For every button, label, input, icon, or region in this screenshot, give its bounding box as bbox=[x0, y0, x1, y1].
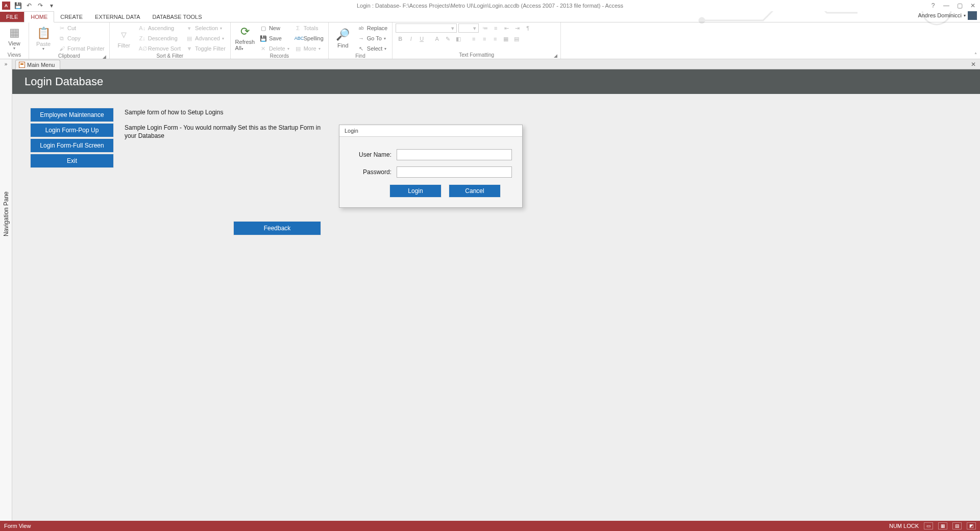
sort-desc-button[interactable]: Z↓Descending bbox=[137, 34, 182, 43]
navpane-expand-icon[interactable]: » bbox=[5, 59, 8, 69]
username-input[interactable] bbox=[397, 149, 512, 160]
dialog-launcher-icon[interactable]: ◢ bbox=[103, 54, 106, 59]
tab-database-tools[interactable]: DATABASE TOOLS bbox=[146, 12, 208, 22]
ribbon-collapse-icon[interactable]: ˄ bbox=[974, 52, 977, 58]
description-text: Sample form of how to Setup Logins Sampl… bbox=[125, 108, 324, 140]
new-icon: ▢ bbox=[260, 25, 267, 32]
remove-sort-icon: A∅ bbox=[139, 45, 146, 52]
paste-button[interactable]: 📋 Paste ▼ bbox=[32, 23, 55, 53]
indent-increase-icon[interactable]: ⇥ bbox=[512, 23, 522, 33]
more-button[interactable]: ▤More▾ bbox=[293, 44, 325, 53]
qat-undo-icon[interactable]: ↶ bbox=[24, 1, 34, 10]
qat-save-icon[interactable]: 💾 bbox=[13, 1, 22, 10]
spelling-button[interactable]: ABCSpelling bbox=[293, 34, 325, 43]
login-dialog: Login User Name: Password: Login Cancel bbox=[339, 125, 523, 208]
view-design-icon[interactable]: ◩ bbox=[967, 522, 976, 529]
feedback-button[interactable]: Feedback bbox=[234, 222, 321, 235]
font-size-select[interactable]: ▾ bbox=[458, 23, 479, 33]
login-form-fullscreen-button[interactable]: Login Form-Full Screen bbox=[31, 139, 113, 152]
filter-button[interactable]: ▿ Filter bbox=[113, 23, 135, 53]
selection-button[interactable]: ▾Selection▾ bbox=[184, 23, 227, 33]
text-direction-icon[interactable]: ¶ bbox=[523, 23, 532, 33]
bullets-icon[interactable]: ≔ bbox=[480, 23, 489, 33]
view-button[interactable]: ▦ View ▼ bbox=[3, 23, 26, 52]
bold-icon[interactable]: B bbox=[396, 34, 405, 43]
qat-customize-icon[interactable]: ▾ bbox=[47, 1, 56, 10]
find-button[interactable]: 🔎 Find bbox=[332, 23, 354, 53]
qat-redo-icon[interactable]: ↷ bbox=[36, 1, 45, 10]
goto-button[interactable]: →Go To▾ bbox=[356, 34, 389, 43]
cut-button[interactable]: ✂Cut bbox=[57, 23, 106, 33]
group-label-text-formatting: Text Formatting◢ bbox=[396, 52, 557, 59]
chevron-down-icon: ▼ bbox=[42, 47, 45, 51]
maximize-icon[interactable]: ▢ bbox=[954, 2, 965, 9]
numbering-icon[interactable]: ≡ bbox=[491, 23, 500, 33]
highlight-icon[interactable]: ✎ bbox=[443, 34, 452, 43]
chevron-down-icon: ▾ bbox=[964, 13, 966, 18]
help-icon[interactable]: ? bbox=[928, 2, 938, 9]
delete-record-button[interactable]: ✕Delete▾ bbox=[258, 44, 291, 53]
replace-button[interactable]: abReplace bbox=[356, 23, 389, 33]
font-name-select[interactable]: ▾ bbox=[396, 23, 457, 33]
copy-button[interactable]: ⧉Copy bbox=[57, 34, 106, 43]
select-button[interactable]: ↖Select▾ bbox=[356, 44, 389, 53]
navpane-label[interactable]: Navigation Pane bbox=[3, 191, 10, 236]
fill-color-icon[interactable]: ◧ bbox=[454, 34, 463, 43]
tab-external-data[interactable]: EXTERNAL DATA bbox=[89, 12, 146, 22]
doc-tab-close-icon[interactable]: ✕ bbox=[971, 61, 976, 68]
password-input[interactable] bbox=[397, 166, 512, 178]
ribbon-group-text-formatting: ▾ ▾ ≔ ≡ ⇤ ⇥ ¶ B I U A ✎ ◧ ≡ bbox=[393, 22, 561, 59]
totals-button[interactable]: ΣTotals bbox=[293, 23, 325, 33]
login-button[interactable]: Login bbox=[390, 185, 441, 197]
sort-asc-button[interactable]: A↓Ascending bbox=[137, 23, 182, 33]
clipboard-icon: 📋 bbox=[37, 27, 51, 40]
gridlines-icon[interactable]: ▦ bbox=[501, 34, 510, 43]
datasheet-icon: ▦ bbox=[9, 26, 20, 39]
align-left-icon[interactable]: ≡ bbox=[469, 34, 478, 43]
exit-button[interactable]: Exit bbox=[31, 154, 113, 167]
alt-row-color-icon[interactable]: ▤ bbox=[512, 34, 521, 43]
ribbon-group-sort-filter: ▿ Filter A↓Ascending Z↓Descending A∅Remo… bbox=[110, 22, 231, 59]
funnel-small-icon: ▾ bbox=[186, 25, 193, 32]
tab-file[interactable]: FILE bbox=[0, 12, 24, 22]
doc-tab-main-menu[interactable]: Main Menu bbox=[15, 60, 60, 69]
view-datasheet-icon[interactable]: ▦ bbox=[938, 522, 947, 529]
new-record-button[interactable]: ▢New bbox=[258, 23, 291, 33]
remove-sort-button[interactable]: A∅Remove Sort bbox=[137, 44, 182, 53]
format-painter-button[interactable]: 🖌Format Painter bbox=[57, 44, 106, 53]
form-area: Login Database Employee Maintenance Logi… bbox=[12, 69, 980, 521]
minimize-icon[interactable]: — bbox=[941, 2, 951, 9]
indent-decrease-icon[interactable]: ⇤ bbox=[502, 23, 511, 33]
save-record-button[interactable]: 💾Save bbox=[258, 34, 291, 43]
view-form-icon[interactable]: ▭ bbox=[924, 522, 933, 529]
toggle-filter-icon: ▼ bbox=[186, 45, 193, 52]
cancel-button[interactable]: Cancel bbox=[449, 185, 500, 197]
close-icon[interactable]: ✕ bbox=[968, 2, 978, 9]
cursor-icon: ↖ bbox=[358, 45, 365, 52]
access-app-icon: A bbox=[2, 2, 10, 10]
tab-create[interactable]: CREATE bbox=[54, 12, 89, 22]
dialog-launcher-icon[interactable]: ◢ bbox=[554, 53, 557, 58]
titlebar: A 💾 ↶ ↷ ▾ Login : Database- F:\Access Pr… bbox=[0, 0, 980, 11]
login-dialog-title: Login bbox=[339, 125, 522, 137]
font-color-icon[interactable]: A bbox=[432, 34, 442, 43]
italic-icon[interactable]: I bbox=[406, 34, 415, 43]
align-center-icon[interactable]: ≡ bbox=[480, 34, 489, 43]
advanced-button[interactable]: ▤Advanced▾ bbox=[184, 34, 227, 43]
password-label: Password: bbox=[353, 168, 397, 176]
underline-icon[interactable]: U bbox=[417, 34, 426, 43]
funnel-icon: ▿ bbox=[121, 28, 127, 41]
ribbon-group-find: 🔎 Find abReplace →Go To▾ ↖Select▾ Find bbox=[329, 22, 393, 59]
tab-home[interactable]: HOME bbox=[24, 11, 54, 22]
toggle-filter-button[interactable]: ▼Toggle Filter bbox=[184, 44, 227, 53]
login-form-popup-button[interactable]: Login Form-Pop Up bbox=[31, 124, 113, 137]
ribbon-group-records: ⟳ RefreshAll▾ ▢New 💾Save ✕Delete▾ ΣTotal… bbox=[231, 22, 329, 59]
refresh-all-button[interactable]: ⟳ RefreshAll▾ bbox=[234, 23, 256, 53]
view-layout-icon[interactable]: ▤ bbox=[952, 522, 962, 529]
form-icon bbox=[19, 62, 25, 68]
align-right-icon[interactable]: ≡ bbox=[491, 34, 500, 43]
employee-maintenance-button[interactable]: Employee Maintenance bbox=[31, 108, 113, 122]
ribbon: ▦ View ▼ Views 📋 Paste ▼ ✂Cut ⧉Copy 🖌For… bbox=[0, 22, 980, 59]
form-title: Login Database bbox=[12, 69, 980, 94]
refresh-icon: ⟳ bbox=[240, 25, 250, 38]
